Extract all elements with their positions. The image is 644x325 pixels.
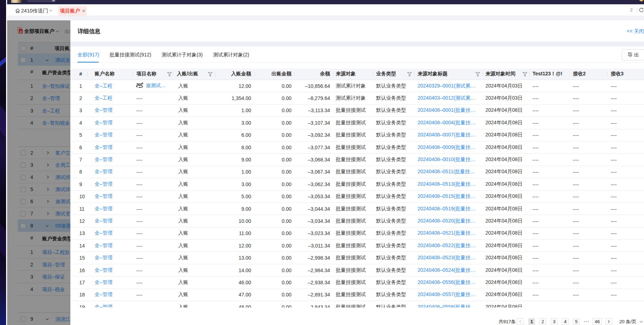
- svg-text:360: 360: [136, 83, 143, 87]
